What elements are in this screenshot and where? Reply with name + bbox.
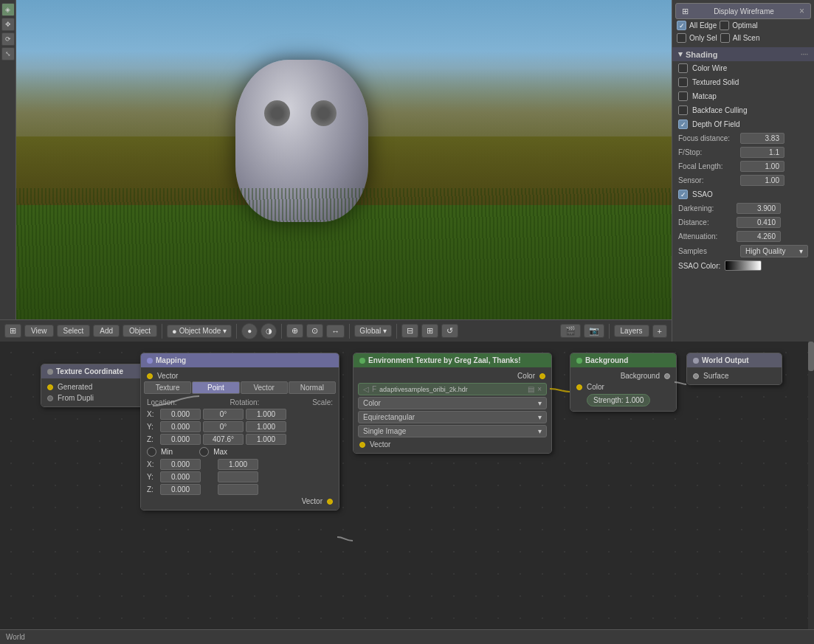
env-texture-node[interactable]: Environment Texture by Greg Zaal, Thanks… bbox=[353, 353, 552, 454]
optimal-checkbox[interactable] bbox=[720, 21, 729, 30]
render-btn[interactable]: 📷 bbox=[584, 324, 604, 338]
sensor-row: Sensor: 1.00 bbox=[672, 173, 814, 187]
loc-y-field[interactable] bbox=[160, 421, 201, 432]
ssao-color-swatch[interactable] bbox=[725, 260, 762, 271]
rot-z-field[interactable] bbox=[203, 434, 244, 445]
node-canvas[interactable]: Texture Coordinate Generated From Dupli … bbox=[0, 342, 814, 629]
layers-btn[interactable]: Layers bbox=[614, 325, 649, 337]
snap-btn[interactable]: ⊕ bbox=[286, 324, 303, 338]
display-wireframe-btn[interactable]: ⊞ Display Wireframe × bbox=[675, 3, 811, 19]
all-scen-checkbox[interactable] bbox=[720, 33, 730, 43]
node-editor: Texture Coordinate Generated From Dupli … bbox=[0, 342, 814, 629]
plus-btn[interactable]: + bbox=[652, 325, 667, 338]
eye-left bbox=[264, 100, 290, 126]
viewport-tool-3[interactable]: ⤡ bbox=[1, 47, 15, 60]
min-x-field[interactable] bbox=[160, 459, 201, 470]
focal-length-value[interactable]: 1.00 bbox=[740, 161, 784, 172]
tab-normal[interactable]: Normal bbox=[289, 381, 336, 394]
viewport-tool-active[interactable]: ◈ bbox=[1, 3, 15, 16]
max-z-field[interactable] bbox=[218, 484, 258, 495]
shading-section-header[interactable]: ▾ Shading ···· bbox=[672, 47, 814, 61]
viewport-tool-2[interactable]: ⟳ bbox=[1, 32, 15, 46]
mapping-body: Vector Texture Point Vector Normal Locat… bbox=[141, 367, 339, 510]
attenuation-value[interactable]: 4.260 bbox=[737, 231, 781, 242]
textured-solid-checkbox[interactable] bbox=[678, 77, 688, 87]
focus-distance-row: Focus distance: 3.83 bbox=[672, 131, 814, 145]
mapping-vector-out-socket[interactable] bbox=[327, 499, 333, 505]
scale-y-field[interactable] bbox=[246, 421, 286, 432]
max-x-field[interactable] bbox=[218, 459, 258, 470]
select-menu[interactable]: Select bbox=[57, 325, 91, 337]
min-z-field[interactable] bbox=[160, 484, 201, 495]
mode-dropdown[interactable]: ● Object Mode ▾ bbox=[167, 325, 232, 338]
max-checkbox[interactable] bbox=[199, 447, 209, 457]
color-space-dropdown[interactable]: Color ▾ bbox=[358, 397, 547, 409]
backface-culling-row: Backface Culling bbox=[672, 103, 814, 117]
mapping-header: Mapping bbox=[141, 353, 339, 367]
max-y-field[interactable] bbox=[218, 471, 258, 482]
tab-point[interactable]: Point bbox=[192, 381, 239, 394]
dof-checkbox[interactable] bbox=[678, 120, 688, 129]
bg-color-socket[interactable] bbox=[576, 384, 582, 390]
background-node[interactable]: Background Background Color Strength: 1.… bbox=[570, 353, 677, 412]
object-menu[interactable]: Object bbox=[123, 325, 157, 337]
generated-socket[interactable] bbox=[47, 384, 53, 390]
textured-solid-label: Textured Solid bbox=[692, 78, 739, 86]
fstop-value[interactable]: 1.1 bbox=[740, 147, 784, 158]
matcap-checkbox[interactable] bbox=[678, 91, 688, 101]
world-output-node[interactable]: World Output Surface bbox=[686, 353, 782, 385]
global-dropdown[interactable]: Global ▾ bbox=[354, 325, 392, 337]
focus-distance-value[interactable]: 3.83 bbox=[740, 133, 784, 144]
env-file-field[interactable]: ◁ F adaptivesamples_oribi_2k.hdr ▤ × bbox=[358, 383, 547, 395]
distance-value[interactable]: 0.410 bbox=[737, 217, 781, 228]
close-icon[interactable]: × bbox=[799, 6, 804, 16]
transform-btn[interactable]: ↔ bbox=[326, 325, 345, 338]
viewport-mode-icon[interactable]: ⊞ bbox=[4, 324, 21, 338]
tab-vector[interactable]: Vector bbox=[241, 381, 288, 394]
env-color-socket[interactable] bbox=[539, 373, 545, 379]
rotate-btn[interactable]: ↺ bbox=[441, 324, 458, 338]
samples-dropdown[interactable]: High Quality ▾ bbox=[740, 245, 808, 257]
env-vector-socket[interactable] bbox=[359, 442, 365, 448]
view-menu[interactable]: View bbox=[24, 325, 54, 337]
loc-x-field[interactable] bbox=[160, 409, 201, 420]
grid2-btn[interactable]: ⊞ bbox=[421, 324, 438, 338]
min-y-field[interactable] bbox=[160, 471, 201, 482]
all-edge-checkbox[interactable] bbox=[677, 21, 686, 30]
mapping-vector-in-socket[interactable] bbox=[147, 373, 153, 379]
bg-strength-field[interactable]: Strength: 1.000 bbox=[587, 394, 650, 406]
bg-out-socket[interactable] bbox=[664, 373, 670, 379]
tab-texture[interactable]: Texture bbox=[144, 381, 191, 394]
darkening-value[interactable]: 3.900 bbox=[737, 203, 781, 214]
add-menu[interactable]: Add bbox=[93, 325, 120, 337]
ssao-checkbox[interactable] bbox=[678, 190, 688, 199]
projection-dropdown[interactable]: Equirectangular ▾ bbox=[358, 411, 547, 423]
toolbar-separator-3 bbox=[281, 324, 282, 339]
rot-x-field[interactable] bbox=[203, 409, 244, 420]
color-wire-checkbox[interactable] bbox=[678, 63, 688, 73]
world-surface-socket[interactable] bbox=[693, 373, 699, 379]
scale-z-field[interactable] bbox=[246, 434, 286, 445]
source-dropdown[interactable]: Single Image ▾ bbox=[358, 425, 547, 437]
fromdupli-socket[interactable] bbox=[47, 395, 53, 401]
mapping-node[interactable]: Mapping Vector Texture Point Vector Norm… bbox=[140, 353, 339, 510]
scale-x-field[interactable] bbox=[246, 409, 286, 420]
solid-mode-btn[interactable]: ◑ bbox=[261, 323, 277, 339]
backface-culling-checkbox[interactable] bbox=[678, 105, 688, 115]
render-mode-btn[interactable]: ● bbox=[241, 323, 258, 339]
min-checkbox[interactable] bbox=[147, 447, 156, 457]
only-sel-checkbox[interactable] bbox=[677, 33, 686, 43]
camera-btn[interactable]: 🎬 bbox=[560, 324, 581, 338]
color-space-label: Color bbox=[363, 399, 381, 407]
rot-y-field[interactable] bbox=[203, 421, 244, 432]
sensor-value[interactable]: 1.00 bbox=[740, 175, 784, 186]
proportional-btn[interactable]: ⊙ bbox=[306, 324, 323, 338]
min-z-label: Z: bbox=[147, 485, 158, 494]
node-editor-scrollbar[interactable] bbox=[808, 342, 814, 629]
loc-z-field[interactable] bbox=[160, 434, 201, 445]
fstop-label: F/Stop: bbox=[678, 148, 737, 156]
grid-btn[interactable]: ⊟ bbox=[401, 324, 418, 338]
texture-coordinate-node[interactable]: Texture Coordinate Generated From Dupli bbox=[41, 364, 155, 407]
scrollbar-thumb[interactable] bbox=[808, 342, 814, 371]
viewport-tool-1[interactable]: ✥ bbox=[1, 18, 15, 31]
